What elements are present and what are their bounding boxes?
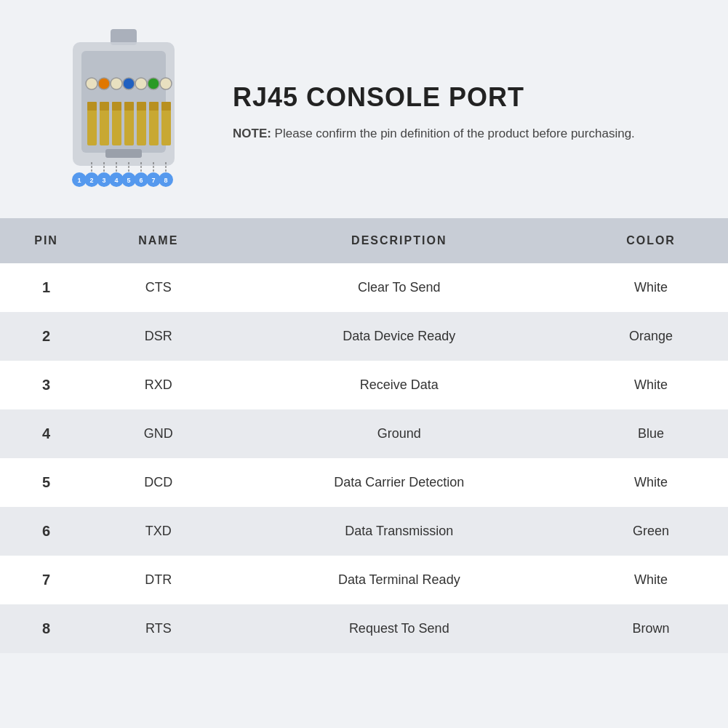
svg-rect-4 xyxy=(100,105,109,145)
cell-name: DTR xyxy=(92,556,224,604)
svg-point-22 xyxy=(148,78,159,89)
note-body: Please confirm the pin definition of the… xyxy=(271,127,635,140)
svg-text:8: 8 xyxy=(164,177,167,184)
col-pin: PIN xyxy=(0,218,92,263)
cell-color: White xyxy=(574,263,728,312)
svg-text:5: 5 xyxy=(127,177,130,184)
cell-description: Data Carrier Detection xyxy=(224,458,574,507)
cell-description: Data Transmission xyxy=(224,507,574,556)
table-header-row: PIN NAME DESCRIPTION COLOR xyxy=(0,218,728,263)
cell-pin: 4 xyxy=(0,409,92,458)
col-name: NAME xyxy=(92,218,224,263)
svg-point-20 xyxy=(123,78,135,89)
col-color: COLOR xyxy=(574,218,728,263)
cell-name: RXD xyxy=(92,361,224,409)
table-row: 1CTSClear To SendWhite xyxy=(0,263,728,312)
cell-name: DSR xyxy=(92,312,224,361)
table-row: 3RXDReceive DataWhite xyxy=(0,361,728,409)
cell-color: Brown xyxy=(574,604,728,653)
table-row: 7DTRData Terminal ReadyWhite xyxy=(0,556,728,604)
svg-rect-12 xyxy=(124,102,134,111)
cell-description: Receive Data xyxy=(224,361,574,409)
cell-color: White xyxy=(574,556,728,604)
connector-diagram: 1 2 3 4 5 6 7 8 xyxy=(44,29,204,196)
svg-point-21 xyxy=(135,78,147,89)
svg-rect-16 xyxy=(161,102,171,111)
cell-color: Blue xyxy=(574,409,728,458)
svg-point-23 xyxy=(160,78,172,89)
cell-description: Ground xyxy=(224,409,574,458)
connector-svg: 1 2 3 4 5 6 7 8 xyxy=(51,29,196,196)
cell-name: RTS xyxy=(92,604,224,653)
svg-text:7: 7 xyxy=(151,177,155,184)
cell-name: TXD xyxy=(92,507,224,556)
svg-text:2: 2 xyxy=(89,177,93,184)
svg-rect-11 xyxy=(112,102,121,111)
svg-point-18 xyxy=(98,78,110,89)
title-area: RJ45 CONSOLE PORT NOTE: Please confirm t… xyxy=(233,82,684,143)
cell-pin: 2 xyxy=(0,312,92,361)
svg-rect-6 xyxy=(124,105,134,145)
svg-rect-15 xyxy=(161,105,171,145)
svg-rect-8 xyxy=(149,105,159,145)
svg-text:4: 4 xyxy=(114,177,118,184)
top-section: 1 2 3 4 5 6 7 8 RJ45 CONSOLE PORT NOTE: … xyxy=(0,0,728,218)
cell-description: Data Terminal Ready xyxy=(224,556,574,604)
svg-text:1: 1 xyxy=(77,177,81,184)
cell-pin: 8 xyxy=(0,604,92,653)
table-row: 4GNDGroundBlue xyxy=(0,409,728,458)
table-section: PIN NAME DESCRIPTION COLOR 1CTSClear To … xyxy=(0,218,728,653)
table-row: 6TXDData TransmissionGreen xyxy=(0,507,728,556)
svg-rect-10 xyxy=(100,102,109,111)
cell-pin: 1 xyxy=(0,263,92,312)
table-row: 8RTSRequest To SendBrown xyxy=(0,604,728,653)
cell-description: Clear To Send xyxy=(224,263,574,312)
svg-point-17 xyxy=(86,78,97,89)
cell-color: White xyxy=(574,361,728,409)
table-row: 5DCDData Carrier DetectionWhite xyxy=(0,458,728,507)
svg-rect-9 xyxy=(87,102,97,111)
cell-name: CTS xyxy=(92,263,224,312)
svg-rect-3 xyxy=(87,105,97,145)
cell-pin: 6 xyxy=(0,507,92,556)
svg-point-19 xyxy=(111,78,122,89)
note-prefix: NOTE: xyxy=(233,127,271,140)
svg-rect-14 xyxy=(149,102,159,111)
cell-description: Request To Send xyxy=(224,604,574,653)
col-description: DESCRIPTION xyxy=(224,218,574,263)
cell-pin: 3 xyxy=(0,361,92,409)
cell-name: GND xyxy=(92,409,224,458)
svg-rect-13 xyxy=(137,102,146,111)
cell-description: Data Device Ready xyxy=(224,312,574,361)
note-text: NOTE: Please confirm the pin definition … xyxy=(233,124,684,143)
cell-color: White xyxy=(574,458,728,507)
cell-pin: 5 xyxy=(0,458,92,507)
svg-rect-5 xyxy=(112,105,121,145)
cell-color: Green xyxy=(574,507,728,556)
svg-rect-24 xyxy=(105,149,142,158)
svg-text:3: 3 xyxy=(102,177,105,184)
page-title: RJ45 CONSOLE PORT xyxy=(233,82,684,113)
cell-name: DCD xyxy=(92,458,224,507)
table-row: 2DSRData Device ReadyOrange xyxy=(0,312,728,361)
cell-color: Orange xyxy=(574,312,728,361)
svg-text:6: 6 xyxy=(139,177,143,184)
cell-pin: 7 xyxy=(0,556,92,604)
svg-rect-7 xyxy=(137,105,146,145)
pin-table: PIN NAME DESCRIPTION COLOR 1CTSClear To … xyxy=(0,218,728,653)
